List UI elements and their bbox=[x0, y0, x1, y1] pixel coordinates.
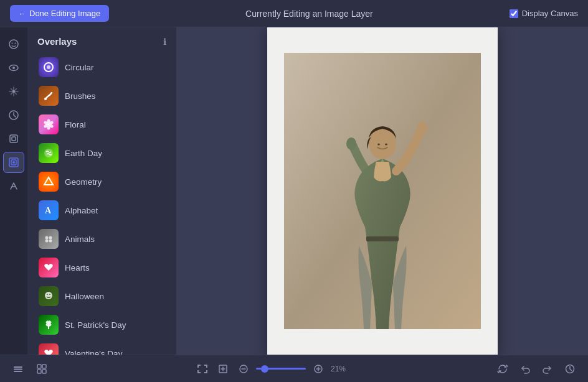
overlay-item-halloween[interactable]: Halloween bbox=[32, 282, 171, 310]
svg-point-49 bbox=[377, 144, 380, 146]
svg-point-1 bbox=[12, 43, 13, 44]
canvas-area bbox=[177, 27, 588, 355]
overlay-icon-floral bbox=[39, 114, 59, 134]
resize-icon[interactable] bbox=[215, 361, 231, 377]
refresh-icon[interactable] bbox=[495, 361, 511, 377]
svg-rect-55 bbox=[42, 365, 46, 368]
svg-rect-54 bbox=[37, 365, 41, 368]
zoom-controls: 21% bbox=[194, 361, 351, 377]
overlay-label-floral: Floral bbox=[65, 120, 86, 129]
zoom-minus-button[interactable] bbox=[236, 361, 251, 376]
layers-toggle-icon[interactable] bbox=[10, 361, 26, 377]
overlay-icon-halloween bbox=[39, 286, 59, 306]
svg-point-4 bbox=[12, 67, 15, 69]
overlay-icon-stpatrick bbox=[39, 315, 59, 335]
redo-icon[interactable] bbox=[539, 361, 556, 377]
bottom-bar: 21% bbox=[0, 355, 588, 382]
icon-bar bbox=[0, 27, 27, 355]
zoom-percent: 21% bbox=[331, 365, 351, 373]
svg-rect-57 bbox=[42, 370, 46, 373]
svg-point-22 bbox=[44, 149, 53, 157]
overlay-label-geometry: Geometry bbox=[65, 177, 102, 187]
svg-rect-7 bbox=[10, 135, 17, 142]
overlay-item-hearts[interactable]: Hearts bbox=[32, 253, 171, 282]
svg-point-11 bbox=[12, 161, 15, 164]
canvas-paper bbox=[267, 27, 498, 355]
bottom-right-controls bbox=[495, 361, 578, 377]
overlay-label-circular: Circular bbox=[65, 63, 94, 72]
overlay-icon-geometry bbox=[39, 172, 59, 192]
overlay-item-valentines[interactable]: Valentine's Day bbox=[32, 339, 171, 355]
svg-point-27 bbox=[45, 240, 49, 243]
svg-point-14 bbox=[44, 98, 47, 100]
top-bar: ← Done Editing Image Currently Editing a… bbox=[0, 0, 588, 27]
main-area: Overlays ℹ CircularBrushesFloralEarth Da… bbox=[0, 27, 588, 355]
canvas-image bbox=[284, 53, 481, 329]
overlay-item-geometry[interactable]: Geometry bbox=[32, 167, 171, 196]
overlay-item-alphabet[interactable]: AAlphabet bbox=[32, 196, 171, 225]
svg-point-26 bbox=[49, 236, 52, 240]
svg-point-5 bbox=[12, 90, 15, 93]
arrow-left-icon: ← bbox=[19, 10, 26, 17]
info-icon[interactable]: ℹ bbox=[163, 37, 166, 47]
grid-toggle-icon[interactable] bbox=[34, 361, 50, 377]
overlay-label-halloween: Halloween bbox=[65, 292, 104, 301]
overlay-label-alphabet: Alphabet bbox=[65, 206, 98, 215]
overlay-item-earthday[interactable]: Earth Day bbox=[32, 139, 171, 167]
svg-point-47 bbox=[346, 137, 356, 150]
overlay-label-brushes: Brushes bbox=[65, 91, 96, 101]
zoom-plus-button[interactable] bbox=[311, 361, 326, 376]
bottom-center-controls: 21% bbox=[194, 361, 351, 377]
panel-title: Overlays bbox=[37, 36, 77, 47]
overlay-icon-animals bbox=[39, 229, 59, 249]
svg-marker-23 bbox=[44, 177, 53, 185]
sidebar-icon-sparkle[interactable] bbox=[3, 81, 24, 102]
overlay-item-animals[interactable]: Animals bbox=[32, 225, 171, 253]
zoom-slider-thumb bbox=[261, 365, 268, 373]
done-button-label: Done Editing Image bbox=[29, 9, 100, 18]
overlay-item-floral[interactable]: Floral bbox=[32, 110, 171, 139]
overlay-icon-brushes bbox=[39, 86, 59, 106]
overlay-panel: Overlays ℹ CircularBrushesFloralEarth Da… bbox=[27, 27, 177, 355]
overlay-label-hearts: Hearts bbox=[65, 263, 90, 273]
overlay-item-stpatrick[interactable]: St. Patrick's Day bbox=[32, 310, 171, 339]
overlay-item-circular[interactable]: Circular bbox=[32, 53, 171, 82]
svg-point-50 bbox=[385, 144, 387, 146]
overlay-item-brushes[interactable]: Brushes bbox=[32, 82, 171, 110]
page-title: Currently Editing an Image Layer bbox=[245, 9, 373, 19]
svg-point-2 bbox=[15, 43, 16, 44]
svg-rect-56 bbox=[37, 370, 41, 373]
overlay-list: CircularBrushesFloralEarth DayGeometryAA… bbox=[27, 53, 176, 355]
svg-point-0 bbox=[9, 40, 18, 49]
figure-illustration bbox=[284, 53, 481, 329]
display-canvas-label: Display Canvas bbox=[522, 9, 578, 18]
svg-rect-53 bbox=[14, 371, 22, 372]
svg-rect-52 bbox=[14, 368, 22, 370]
sidebar-icon-faces[interactable] bbox=[3, 34, 24, 55]
display-canvas-checkbox[interactable] bbox=[510, 9, 518, 18]
svg-point-46 bbox=[417, 121, 427, 134]
svg-point-25 bbox=[45, 236, 49, 240]
undo-icon[interactable] bbox=[517, 361, 533, 377]
done-editing-button[interactable]: ← Done Editing Image bbox=[10, 5, 109, 22]
svg-point-29 bbox=[45, 292, 52, 299]
panel-header: Overlays ℹ bbox=[27, 27, 176, 53]
zoom-slider[interactable] bbox=[256, 368, 306, 370]
sidebar-icon-overlays[interactable] bbox=[3, 152, 24, 173]
svg-text:A: A bbox=[45, 206, 52, 215]
history-icon[interactable] bbox=[562, 361, 578, 377]
sidebar-icon-eye[interactable] bbox=[3, 57, 24, 78]
overlay-label-animals: Animals bbox=[65, 235, 95, 244]
svg-rect-48 bbox=[366, 236, 399, 241]
overlay-icon-hearts bbox=[39, 258, 59, 277]
expand-icon[interactable] bbox=[194, 361, 210, 377]
sidebar-icon-effects[interactable] bbox=[3, 175, 24, 197]
sidebar-icon-layers[interactable] bbox=[3, 128, 24, 149]
overlay-label-stpatrick: St. Patrick's Day bbox=[65, 320, 126, 330]
svg-rect-51 bbox=[14, 366, 22, 368]
overlay-icon-earthday bbox=[39, 143, 59, 163]
overlay-icon-valentines bbox=[39, 343, 59, 355]
display-canvas-toggle[interactable]: Display Canvas bbox=[510, 9, 578, 18]
sidebar-icon-adjust[interactable] bbox=[3, 105, 24, 126]
svg-point-13 bbox=[47, 65, 50, 69]
